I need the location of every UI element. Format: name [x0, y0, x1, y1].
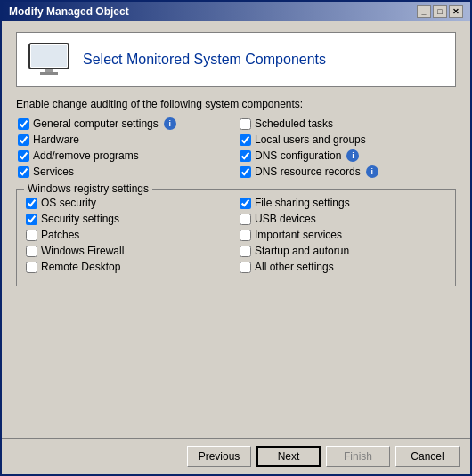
- basic-right-col: Scheduled tasks Local users and groups D…: [240, 117, 454, 182]
- next-button[interactable]: Next: [256, 446, 321, 467]
- registry-left-col: OS security Security settings Patches Wi…: [26, 197, 232, 277]
- footer: Previous Next Finish Cancel: [2, 438, 470, 474]
- dns-resource-checkbox[interactable]: [240, 166, 251, 178]
- list-item: Services: [18, 165, 232, 178]
- patches-checkbox[interactable]: [26, 230, 37, 241]
- general-computer-label: General computer settings: [33, 117, 159, 130]
- svg-rect-2: [45, 69, 53, 72]
- security-settings-label: Security settings: [41, 213, 119, 225]
- minimize-button[interactable]: _: [417, 5, 431, 18]
- usb-devices-checkbox[interactable]: [240, 214, 251, 225]
- registry-right-col: File sharing settings USB devices Import…: [240, 197, 446, 277]
- title-bar: Modify Managed Object _ □ ✕: [2, 2, 470, 21]
- list-item: Scheduled tasks: [240, 117, 454, 130]
- all-other-checkbox[interactable]: [240, 262, 251, 273]
- security-settings-checkbox[interactable]: [26, 214, 37, 225]
- os-security-checkbox[interactable]: [26, 198, 37, 209]
- window-title: Modify Managed Object: [9, 5, 129, 18]
- header-section: Select Monitored System Components: [16, 32, 456, 87]
- svg-rect-3: [40, 72, 58, 75]
- page-title: Select Monitored System Components: [83, 52, 326, 68]
- remote-desktop-checkbox[interactable]: [26, 262, 37, 273]
- title-bar-buttons: _ □ ✕: [417, 5, 463, 18]
- list-item: File sharing settings: [240, 197, 446, 209]
- general-computer-checkbox[interactable]: [18, 118, 29, 130]
- startup-autorun-label: Startup and autorun: [255, 245, 349, 257]
- add-remove-label: Add/remove programs: [33, 149, 139, 162]
- list-item: DNS resource records i: [240, 165, 454, 178]
- list-item: USB devices: [240, 213, 446, 225]
- add-remove-checkbox[interactable]: [18, 150, 29, 162]
- services-label: Services: [33, 165, 74, 178]
- important-services-checkbox[interactable]: [240, 230, 251, 241]
- scheduled-tasks-checkbox[interactable]: [240, 118, 251, 130]
- registry-group-box: Windows registry settings OS security Se…: [16, 189, 456, 286]
- description-text: Enable change auditing of the following …: [16, 98, 456, 110]
- basic-columns: General computer settings i Hardware Add…: [18, 117, 454, 182]
- list-item: Security settings: [26, 213, 232, 225]
- windows-firewall-checkbox[interactable]: [26, 246, 37, 257]
- list-item: Important services: [240, 229, 446, 241]
- local-users-checkbox[interactable]: [240, 134, 251, 146]
- file-sharing-label: File sharing settings: [255, 197, 350, 209]
- basic-settings-area: General computer settings i Hardware Add…: [16, 117, 456, 182]
- list-item: Local users and groups: [240, 133, 454, 146]
- usb-devices-label: USB devices: [255, 213, 316, 225]
- list-item: All other settings: [240, 261, 446, 273]
- list-item: Startup and autorun: [240, 245, 446, 257]
- dns-resource-label: DNS resource records: [255, 165, 361, 178]
- file-sharing-checkbox[interactable]: [240, 198, 251, 209]
- registry-columns: OS security Security settings Patches Wi…: [26, 197, 446, 277]
- list-item: Patches: [26, 229, 232, 241]
- basic-left-col: General computer settings i Hardware Add…: [18, 117, 232, 182]
- close-button[interactable]: ✕: [449, 5, 463, 18]
- previous-button[interactable]: Previous: [187, 446, 251, 467]
- scheduled-tasks-label: Scheduled tasks: [255, 117, 333, 130]
- os-security-label: OS security: [41, 197, 96, 209]
- list-item: Add/remove programs: [18, 149, 232, 162]
- list-item: DNS configuration i: [240, 149, 454, 162]
- list-item: General computer settings i: [18, 117, 232, 130]
- patches-label: Patches: [41, 229, 79, 241]
- content-area: Select Monitored System Components Enabl…: [2, 21, 470, 438]
- hardware-checkbox[interactable]: [18, 134, 29, 146]
- remote-desktop-label: Remote Desktop: [41, 261, 120, 273]
- cancel-button[interactable]: Cancel: [395, 446, 460, 467]
- local-users-label: Local users and groups: [255, 133, 366, 146]
- list-item: Remote Desktop: [26, 261, 232, 273]
- monitor-icon: [28, 42, 70, 77]
- hardware-label: Hardware: [33, 133, 79, 146]
- dns-config-info-icon[interactable]: i: [346, 149, 359, 162]
- all-other-label: All other settings: [255, 261, 334, 273]
- finish-button[interactable]: Finish: [326, 446, 390, 467]
- main-window: Modify Managed Object _ □ ✕ Select Monit…: [0, 0, 472, 476]
- startup-autorun-checkbox[interactable]: [240, 246, 251, 257]
- registry-group-label: Windows registry settings: [24, 182, 152, 195]
- dns-resource-info-icon[interactable]: i: [366, 165, 378, 178]
- important-services-label: Important services: [255, 229, 342, 241]
- services-checkbox[interactable]: [18, 166, 29, 178]
- dns-config-checkbox[interactable]: [240, 150, 251, 162]
- list-item: OS security: [26, 197, 232, 209]
- list-item: Hardware: [18, 133, 232, 146]
- maximize-button[interactable]: □: [433, 5, 447, 18]
- windows-firewall-label: Windows Firewall: [41, 245, 124, 257]
- dns-config-label: DNS configuration: [255, 149, 341, 162]
- general-computer-info-icon[interactable]: i: [164, 117, 176, 130]
- list-item: Windows Firewall: [26, 245, 232, 257]
- svg-rect-1: [31, 45, 67, 67]
